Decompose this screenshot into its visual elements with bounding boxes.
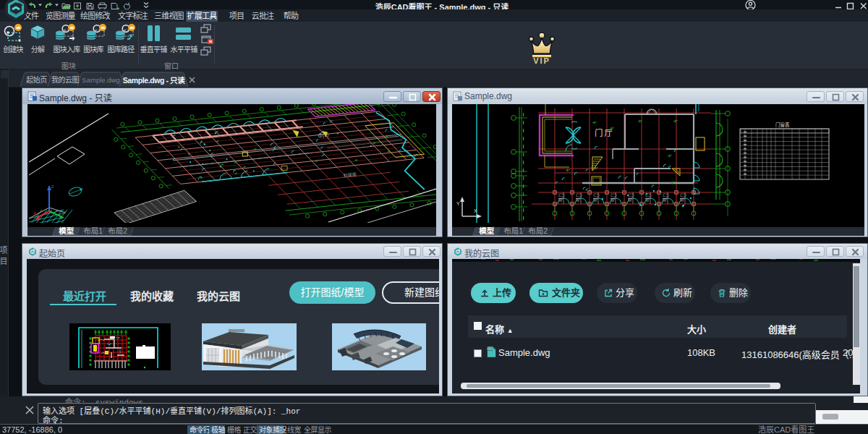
svg-text:Sample.dwg: Sample.dwg: [82, 76, 119, 84]
svg-text:Y: Y: [456, 201, 460, 206]
svg-text:X: X: [33, 211, 36, 216]
svg-text:门厅: 门厅: [595, 128, 614, 137]
svg-text:DWG: DWG: [487, 348, 493, 351]
svg-text:我的云图: 我的云图: [51, 75, 79, 84]
svg-text:Y: Y: [64, 210, 67, 215]
svg-text:X: X: [474, 208, 477, 213]
svg-text:Z: Z: [51, 184, 54, 189]
svg-text:门窗表: 门窗表: [775, 122, 790, 128]
svg-text:Sample.dwg - 只读: Sample.dwg - 只读: [123, 76, 185, 85]
svg-text:VIP: VIP: [533, 56, 550, 65]
svg-text:起始页: 起始页: [26, 75, 47, 84]
